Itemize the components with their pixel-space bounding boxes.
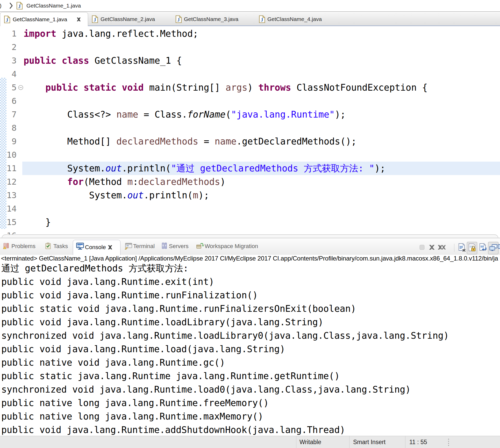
stop-button[interactable] [418, 242, 426, 254]
status-bar: Writable Smart Insert 11 : 55 [0, 436, 500, 448]
toolbar-separator [454, 244, 454, 252]
code-text: for(Method m:declaredMethods) [24, 175, 226, 189]
editor-tab-GetClassName_4.java[interactable]: JGetClassName_4.java [254, 12, 337, 26]
problems-icon[interactable] [3, 242, 10, 250]
terminal-icon[interactable] [124, 242, 132, 251]
console-output-line: public native void java.lang.Runtime.gc(… [1, 356, 225, 369]
chevron-right-icon [9, 2, 13, 10]
breadcrumb-file-name[interactable]: GetClassName_1.java [26, 0, 81, 11]
console-output-line: public void java.lang.Runtime.addShutdow… [1, 423, 345, 437]
code-line-7[interactable]: 7 Class<?> name = Class.forName("java.la… [0, 108, 500, 121]
view-tab-Servers[interactable]: Servers [169, 238, 189, 255]
console-output-line: public void java.lang.Runtime.loadLibrar… [1, 315, 323, 329]
fold-collapse-icon[interactable] [18, 85, 23, 91]
console-output-line: public native long java.lang.Runtime.max… [1, 410, 263, 423]
code-text: System.out.println("通过 getDeclaredMethod… [24, 162, 385, 175]
line-number: 13 [0, 189, 17, 202]
code-text: Class<?> name = Class.forName("java.lang… [24, 108, 346, 121]
line-number: 3 [0, 54, 17, 67]
editor-tab-label: GetClassName_2.java [101, 12, 155, 26]
status-separator [296, 436, 296, 448]
editor-tab-label: GetClassName_4.java [267, 12, 322, 26]
code-line-1[interactable]: 1import java.lang.reflect.Method; [0, 27, 500, 40]
console-output[interactable]: 通过 getDeclaredMethods 方式获取方法: public voi… [0, 262, 500, 443]
code-text: Method[] declaredMethods = name.getDecla… [24, 135, 356, 148]
view-tab-Tasks[interactable]: Tasks [53, 238, 68, 255]
open-console-icon [498, 244, 500, 252]
view-tab-Problems[interactable]: Problems [11, 238, 35, 255]
display-selected-console-icon [489, 244, 498, 252]
close-icon[interactable] [107, 244, 113, 251]
code-line-9[interactable]: 9 Method[] declaredMethods = name.getDec… [0, 135, 500, 148]
view-tab-Terminal[interactable]: Terminal [133, 238, 155, 255]
java-file-icon: J [4, 16, 10, 24]
line-number: 12 [0, 175, 17, 189]
console-output-line: public void java.lang.Runtime.runFinaliz… [1, 288, 258, 302]
view-tab-label: Console [85, 240, 106, 257]
console-output-line: synchronized void java.lang.Runtime.load… [1, 329, 449, 342]
code-text: import java.lang.reflect.Method; [24, 27, 198, 40]
close-icon[interactable] [76, 17, 82, 23]
editor-tab-GetClassName_2.java[interactable]: JGetClassName_2.java [87, 12, 170, 26]
remove-launch-button[interactable] [427, 242, 436, 254]
code-line-15[interactable]: 15 } [0, 215, 500, 229]
console-output-line: public native long java.lang.Runtime.fre… [1, 396, 269, 410]
horizontal-scrollbar[interactable] [2, 234, 498, 238]
java-file-icon: J [175, 15, 182, 24]
view-tab-Workspace Migration[interactable]: Workspace Migration [205, 238, 258, 255]
svg-text:J: J [6, 17, 8, 23]
code-line-5[interactable]: 5 public static void main(String[] args)… [0, 81, 500, 94]
editor-tab-GetClassName_3.java[interactable]: JGetClassName_3.java [170, 12, 254, 26]
code-line-8[interactable]: 8 [0, 121, 500, 135]
open-console-button[interactable] [497, 242, 500, 254]
word-wrap-button[interactable] [478, 242, 488, 254]
status-separator [349, 436, 349, 448]
status-insert-mode: Smart Insert [353, 436, 385, 448]
tasks-icon[interactable] [45, 242, 52, 250]
console-output-line: public static java.lang.Runtime java.lan… [1, 369, 340, 383]
java-file-icon: J [259, 15, 265, 24]
editor-tab-label: GetClassName_1.java [13, 12, 67, 26]
svg-text:J: J [261, 17, 263, 23]
code-editor[interactable]: 1import java.lang.reflect.Method;23publi… [0, 26, 500, 238]
code-line-6[interactable]: 6 [0, 94, 500, 108]
editor-tab-label: GetClassName_3.java [184, 12, 238, 26]
status-drag-handle[interactable] [448, 438, 449, 447]
console-output-line: public static void java.lang.Runtime.run… [1, 302, 356, 315]
line-number: 7 [0, 108, 17, 121]
scroll-lock-button[interactable] [467, 242, 477, 254]
code-line-11[interactable]: 11 System.out.println("通过 getDeclaredMet… [0, 162, 500, 175]
console-output-line: synchronized void java.lang.Runtime.load… [1, 383, 411, 396]
servers-icon[interactable] [161, 242, 168, 250]
code-line-12[interactable]: 12 for(Method m:declaredMethods) [0, 175, 500, 189]
console-output-line: public void java.lang.Runtime.exit(int) [1, 275, 214, 288]
clear-console-icon [458, 243, 466, 253]
clear-console-button[interactable] [457, 242, 467, 254]
line-number: 2 [0, 40, 17, 54]
java-file-icon: J [92, 15, 98, 24]
stop-icon [419, 244, 425, 251]
breadcrumb-clipped-item: e) [0, 0, 2, 11]
line-number: 5 [0, 81, 17, 94]
code-line-13[interactable]: 13 System.out.println(m); [0, 189, 500, 202]
line-number: 11 [0, 162, 17, 175]
code-line-4[interactable]: 4 [0, 67, 500, 81]
status-cursor-position: 11 : 55 [409, 436, 427, 448]
code-line-3[interactable]: 3public class GetClassName_1 { [0, 54, 500, 67]
workspace-migration-icon[interactable] [196, 242, 204, 250]
breadcrumb: e) J GetClassName_1.java [0, 0, 500, 11]
editor-tab-GetClassName_1.java[interactable]: JGetClassName_1.java [0, 12, 88, 26]
code-line-10[interactable]: 10 [0, 148, 500, 162]
line-number: 10 [0, 148, 17, 162]
view-tab-Console[interactable]: Console [73, 240, 120, 255]
status-separator [405, 436, 405, 448]
remove-all-launches-button[interactable] [438, 242, 447, 254]
code-line-14[interactable]: 14 [0, 202, 500, 215]
code-text: System.out.println(m); [24, 189, 209, 202]
console-output-line: public void java.lang.Runtime.load(java.… [1, 342, 285, 356]
line-number: 9 [0, 135, 17, 148]
code-line-2[interactable]: 2 [0, 40, 500, 54]
svg-text:J: J [94, 17, 96, 23]
line-number: 4 [0, 67, 17, 81]
code-text: } [24, 215, 51, 229]
